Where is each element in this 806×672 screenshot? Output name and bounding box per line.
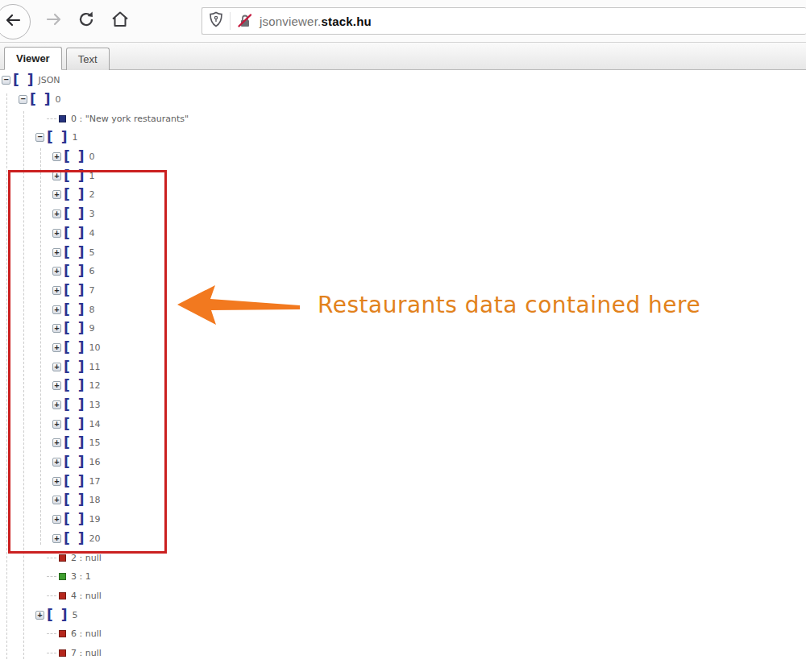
node-label[interactable]: 11 — [89, 362, 100, 372]
array-bracket-icon[interactable]: [ ] — [64, 150, 85, 164]
tree-row: −[ ]1 — [0, 128, 806, 147]
node-label[interactable]: 4 — [89, 228, 94, 239]
array-bracket-icon[interactable]: [ ] — [13, 73, 35, 87]
array-bracket-icon[interactable]: [ ] — [30, 93, 52, 106]
array-bracket-icon[interactable]: [ ] — [64, 398, 85, 412]
array-bracket-icon[interactable]: [ ] — [64, 475, 85, 488]
tree-row: 7 : null — [0, 644, 806, 663]
tree-row: +[ ]0 — [0, 147, 806, 167]
collapse-toggle-icon[interactable]: − — [35, 133, 44, 142]
array-bracket-icon[interactable]: [ ] — [64, 360, 85, 374]
tree-row: +[ ]5 — [0, 605, 806, 624]
expand-toggle-icon[interactable]: + — [52, 381, 61, 390]
tree-row: 3 : 1 — [0, 567, 806, 587]
tracking-shield-icon[interactable] — [209, 11, 223, 31]
tree-row: 4 : null — [0, 587, 806, 606]
array-bracket-icon[interactable]: [ ] — [64, 512, 85, 526]
array-bracket-icon[interactable]: [ ] — [64, 188, 85, 201]
node-label[interactable]: 7 — [89, 285, 94, 296]
tab-text[interactable]: Text — [66, 48, 110, 70]
expand-toggle-icon[interactable]: + — [52, 438, 61, 447]
insecure-lock-icon[interactable] — [237, 13, 253, 29]
array-bracket-icon[interactable]: [ ] — [64, 207, 85, 221]
node-label[interactable]: 3 — [89, 209, 94, 219]
expand-toggle-icon[interactable]: + — [52, 209, 61, 218]
expand-toggle-icon[interactable]: + — [35, 611, 44, 620]
node-label[interactable]: 1 — [72, 132, 77, 143]
home-button[interactable] — [105, 6, 135, 36]
leaf-text[interactable]: 4 : null — [71, 591, 102, 601]
node-label[interactable]: 19 — [89, 514, 100, 525]
back-button[interactable] — [0, 4, 31, 39]
expand-toggle-icon[interactable]: + — [52, 400, 61, 409]
expand-toggle-icon[interactable]: + — [52, 343, 61, 352]
tree-row: +[ ]12 — [0, 376, 806, 396]
leaf-connector — [47, 576, 56, 577]
node-label[interactable]: 10 — [89, 342, 100, 353]
array-bracket-icon[interactable]: [ ] — [64, 379, 85, 392]
array-bracket-icon[interactable]: [ ] — [64, 284, 85, 297]
tab-viewer[interactable]: Viewer — [4, 47, 62, 70]
leaf-text[interactable]: 2 : null — [71, 553, 102, 563]
expand-toggle-icon[interactable]: + — [52, 363, 61, 371]
node-label[interactable]: JSON — [38, 75, 60, 85]
node-label[interactable]: 6 — [89, 266, 94, 276]
node-label[interactable]: 17 — [89, 476, 100, 487]
expand-toggle-icon[interactable]: + — [52, 305, 61, 314]
node-label[interactable]: 1 — [89, 171, 94, 181]
node-label[interactable]: 5 — [89, 247, 94, 258]
leaf-connector — [47, 558, 56, 558]
node-label[interactable]: 12 — [89, 380, 100, 391]
expand-toggle-icon[interactable]: + — [52, 324, 61, 333]
array-bracket-icon[interactable]: [ ] — [64, 455, 85, 469]
node-label[interactable]: 0 — [55, 94, 60, 105]
expand-toggle-icon[interactable]: + — [52, 477, 61, 486]
expand-toggle-icon[interactable]: + — [52, 190, 61, 199]
array-bracket-icon[interactable]: [ ] — [64, 341, 85, 355]
leaf-text[interactable]: 0 : "New york restaurants" — [71, 114, 189, 124]
leaf-text[interactable]: 6 : null — [71, 628, 102, 639]
leaf-value-icon — [59, 573, 66, 580]
expand-toggle-icon[interactable]: + — [52, 267, 61, 276]
expand-toggle-icon[interactable]: + — [52, 152, 61, 161]
array-bracket-icon[interactable]: [ ] — [64, 532, 85, 545]
array-bracket-icon[interactable]: [ ] — [64, 246, 85, 259]
array-bracket-icon[interactable]: [ ] — [64, 169, 85, 183]
expand-toggle-icon[interactable]: + — [52, 496, 61, 504]
array-bracket-icon[interactable]: [ ] — [64, 226, 85, 240]
array-bracket-icon[interactable]: [ ] — [47, 131, 69, 144]
node-label[interactable]: 2 — [89, 189, 94, 200]
node-label[interactable]: 13 — [89, 400, 100, 410]
node-label[interactable]: 18 — [89, 495, 100, 505]
expand-toggle-icon[interactable]: + — [52, 534, 61, 543]
node-label[interactable]: 8 — [89, 305, 94, 315]
collapse-toggle-icon[interactable]: − — [19, 95, 27, 104]
expand-toggle-icon[interactable]: + — [52, 248, 61, 257]
node-label[interactable]: 9 — [89, 323, 94, 334]
array-bracket-icon[interactable]: [ ] — [47, 608, 69, 622]
array-bracket-icon[interactable]: [ ] — [64, 436, 85, 450]
expand-toggle-icon[interactable]: + — [52, 458, 61, 467]
expand-toggle-icon[interactable]: + — [52, 286, 61, 295]
node-label[interactable]: 16 — [89, 457, 100, 467]
array-bracket-icon[interactable]: [ ] — [64, 417, 85, 431]
leaf-text[interactable]: 3 : 1 — [71, 571, 91, 582]
array-bracket-icon[interactable]: [ ] — [64, 321, 85, 335]
array-bracket-icon[interactable]: [ ] — [64, 493, 85, 507]
leaf-text[interactable]: 7 : null — [71, 648, 102, 658]
node-label[interactable]: 0 — [89, 151, 94, 162]
expand-toggle-icon[interactable]: + — [52, 172, 61, 180]
expand-toggle-icon[interactable]: + — [52, 420, 61, 429]
array-bracket-icon[interactable]: [ ] — [64, 264, 85, 278]
array-bracket-icon[interactable]: [ ] — [64, 303, 85, 317]
collapse-toggle-icon[interactable]: − — [2, 76, 10, 85]
reload-button[interactable] — [71, 6, 102, 36]
expand-toggle-icon[interactable]: + — [52, 229, 61, 238]
expand-toggle-icon[interactable]: + — [52, 515, 61, 524]
node-label[interactable]: 14 — [89, 419, 100, 429]
node-label[interactable]: 15 — [89, 438, 100, 448]
forward-button[interactable] — [39, 6, 69, 36]
address-bar[interactable]: jsonviewer.stack.hu — [202, 7, 806, 35]
node-label[interactable]: 20 — [89, 533, 100, 544]
node-label[interactable]: 5 — [72, 610, 77, 620]
